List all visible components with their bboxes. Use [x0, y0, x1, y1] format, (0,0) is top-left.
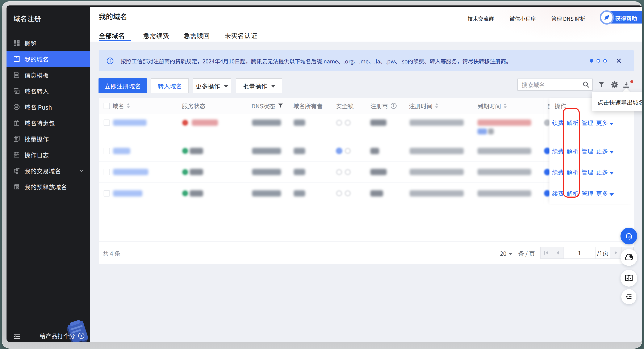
- column-header: 注册商: [370, 98, 397, 114]
- more-actions-dropdown[interactable]: 更多操作: [192, 78, 231, 93]
- pager-next[interactable]: [610, 247, 622, 259]
- header-link-wechat-miniprogram[interactable]: 微信小程序: [510, 15, 536, 22]
- select-all-checkbox[interactable]: [104, 103, 110, 109]
- sidebar-item-deal-package[interactable]: 域名特惠包: [6, 115, 90, 131]
- transfer-domain-button[interactable]: 转入域名: [151, 78, 189, 93]
- chevron-down-icon: [271, 85, 276, 88]
- row-action-more[interactable]: 更多: [596, 168, 614, 176]
- row-action-renew[interactable]: 续费: [552, 189, 564, 198]
- row-checkbox[interactable]: [104, 169, 110, 175]
- lock-icon-blurred: [336, 169, 342, 175]
- dns-status-blurred: [252, 148, 281, 154]
- tab-1[interactable]: 急需续费: [143, 31, 169, 40]
- annotation-red-box: [563, 108, 580, 198]
- filter-icon[interactable]: [598, 81, 605, 88]
- row-action-renew[interactable]: 续费: [552, 147, 564, 155]
- page-size-unit: 条 / 页: [518, 249, 535, 258]
- row-action-manage[interactable]: 管理: [582, 147, 593, 155]
- row-action-more[interactable]: 更多: [596, 189, 614, 198]
- header-link-tech-group[interactable]: 技术交流群: [468, 15, 494, 22]
- float-support-headset-button[interactable]: [620, 228, 637, 244]
- row-checkbox[interactable]: [104, 148, 110, 154]
- register-domain-button[interactable]: 立即注册域名: [98, 78, 147, 93]
- tab-0-active[interactable]: 全部域名: [99, 31, 125, 40]
- domain-name-blurred: [113, 169, 148, 175]
- sort-icon[interactable]: [503, 103, 507, 109]
- notification-red-dot: [630, 80, 633, 83]
- page-size-select[interactable]: 20 条 / 页: [500, 249, 535, 258]
- notice-banner: 按照工信部对注册商的资质规定，2024年4月10日起，腾讯云无法提供以下域名后缀…: [99, 50, 634, 72]
- my-domains-icon: [14, 56, 20, 62]
- expiry-time-blurred: [478, 148, 531, 154]
- column-header[interactable]: 域名: [112, 98, 130, 114]
- sidebar-item-my-domains[interactable]: 我的域名: [6, 51, 90, 67]
- download-export-icon[interactable]: [622, 81, 630, 88]
- sidebar-item-transfer-in[interactable]: 域名转入: [6, 83, 90, 99]
- sidebar-item-push[interactable]: 域名 Push: [6, 99, 90, 115]
- search-input[interactable]: [522, 80, 582, 89]
- batch-actions-dropdown[interactable]: 批量操作: [236, 78, 282, 93]
- info-circle-icon[interactable]: [390, 103, 397, 109]
- settings-gear-icon[interactable]: [611, 81, 618, 88]
- registration-time-blurred: [410, 190, 464, 196]
- sidebar-collapse-icon[interactable]: [14, 333, 20, 340]
- row-action-renew[interactable]: 续费: [552, 168, 564, 176]
- tab-2[interactable]: 急需赎回: [184, 31, 210, 40]
- column-header-label: 域名所有者: [293, 102, 323, 110]
- sidebar-item-label: 我的交易域名: [24, 166, 61, 175]
- expiry-time-blurred: [478, 120, 531, 126]
- filter-icon[interactable]: [278, 103, 284, 109]
- export-tooltip: 点击快速导出域名列表: [592, 92, 642, 111]
- sidebar-item-batch-ops[interactable]: 批量操作: [6, 131, 90, 147]
- first-page-icon: [544, 250, 549, 256]
- tab-3[interactable]: 未实名认证: [224, 31, 257, 40]
- column-header[interactable]: 注册时间: [409, 98, 439, 114]
- carousel-dot-1[interactable]: [596, 59, 600, 62]
- sort-icon[interactable]: [126, 103, 130, 109]
- carousel-dot-2[interactable]: [603, 59, 607, 62]
- row-action-manage[interactable]: 管理: [582, 189, 593, 198]
- pager-total-pages[interactable]: /1页: [596, 247, 610, 259]
- chevron-down-icon: [508, 252, 513, 255]
- pager-prev[interactable]: [552, 247, 564, 259]
- sidebar-item-ops-log[interactable]: 操作日志: [6, 147, 90, 163]
- search-icon[interactable]: [582, 81, 590, 88]
- lock-icon-blurred: [336, 120, 342, 126]
- registrar-blurred: [370, 190, 383, 196]
- row-action-manage[interactable]: 管理: [582, 118, 593, 127]
- sidebar-item-trade-domains[interactable]: 我的交易域名: [6, 163, 90, 179]
- sidebar-item-overview[interactable]: 概览: [6, 35, 90, 51]
- sidebar-item-info-template[interactable]: 信息模板: [6, 67, 90, 83]
- row-action-renew[interactable]: 续费: [552, 118, 564, 127]
- column-header[interactable]: 到期时间: [478, 98, 507, 114]
- float-collapse-list-button[interactable]: [621, 289, 636, 304]
- collapse-list-icon: [625, 292, 633, 301]
- column-header[interactable]: DNS状态: [252, 98, 284, 114]
- row-action-manage[interactable]: 管理: [582, 168, 593, 176]
- pager-current-page-input[interactable]: 1: [564, 247, 596, 259]
- rate-product-button[interactable]: 给产品打个分: [40, 332, 85, 340]
- header-link-manage-dns[interactable]: 管理 DNS 解析: [551, 15, 585, 22]
- expiry-extra-text-blurred: [488, 128, 494, 134]
- row-checkbox[interactable]: [104, 120, 110, 126]
- row-checkbox[interactable]: [104, 190, 110, 196]
- carousel-dot-active[interactable]: [590, 59, 594, 62]
- float-docs-book-button[interactable]: [620, 270, 637, 287]
- row-action-more[interactable]: 更多: [596, 118, 614, 127]
- service-status-blurred: [190, 169, 203, 175]
- status-dot-ok: [182, 148, 188, 154]
- get-help-button[interactable]: 获得帮助: [600, 11, 642, 24]
- pager-first[interactable]: [540, 247, 552, 259]
- transfer-in-icon: [14, 88, 20, 94]
- sidebar-item-prerelease[interactable]: 我的预释放域名: [6, 179, 90, 195]
- info-template-icon: [14, 72, 20, 78]
- total-count-label: 共 4 条: [103, 249, 120, 258]
- row-action-more[interactable]: 更多: [596, 147, 614, 155]
- float-cloud-notification-button[interactable]: [620, 249, 637, 266]
- lock-icon-blurred: [345, 148, 350, 154]
- banner-close-icon[interactable]: [616, 58, 621, 63]
- domain-name-blurred: [113, 120, 146, 126]
- cloud-notification-icon: [624, 253, 634, 262]
- owner-blurred: [294, 148, 305, 154]
- sort-icon[interactable]: [434, 103, 439, 109]
